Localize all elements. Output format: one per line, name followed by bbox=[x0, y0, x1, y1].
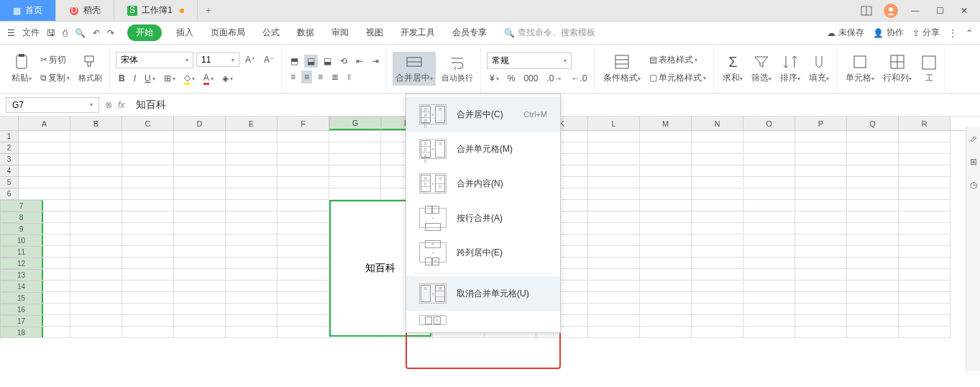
format-painter-button[interactable]: 格式刷 bbox=[75, 53, 105, 85]
increase-decimal-icon[interactable]: .0→ bbox=[544, 72, 565, 85]
fill-color-button[interactable]: ◇▾ bbox=[181, 71, 198, 86]
col-header-Q[interactable]: Q bbox=[847, 117, 899, 130]
tab-docer[interactable]: D 稻壳 bbox=[56, 0, 114, 21]
fill-button[interactable]: 填充▾ bbox=[806, 52, 832, 86]
col-header-P[interactable]: P bbox=[795, 117, 847, 130]
indent-decrease-icon[interactable]: ⇤ bbox=[353, 55, 366, 68]
undo-icon[interactable]: ↶ bbox=[93, 28, 100, 38]
ribbon-tab-dev[interactable]: 开发工具 bbox=[398, 24, 438, 42]
settings-sidebar-icon[interactable]: ⊞ bbox=[970, 157, 977, 167]
maximize-button[interactable]: ☐ bbox=[930, 1, 950, 21]
dd-more[interactable]: a bbox=[406, 311, 560, 329]
more-menu-icon[interactable]: ⋮ bbox=[948, 28, 957, 38]
col-header-R[interactable]: R bbox=[899, 117, 951, 130]
dd-merge-center[interactable]: aaab›a 合并居中(C) Ctrl+M bbox=[406, 97, 560, 132]
minimize-button[interactable]: — bbox=[905, 1, 925, 21]
dd-merge-row[interactable]: › 按行合并(A) bbox=[406, 201, 560, 235]
col-header-M[interactable]: M bbox=[640, 117, 692, 130]
save-icon[interactable]: 🖫 bbox=[47, 28, 55, 38]
increase-font-icon[interactable]: A⁺ bbox=[242, 53, 258, 66]
italic-button[interactable]: I bbox=[131, 72, 139, 85]
tab-home[interactable]: ▦ 首页 bbox=[0, 0, 56, 21]
share-button[interactable]: ⇪分享 bbox=[912, 27, 940, 39]
worksheet-button[interactable]: 工 bbox=[917, 53, 940, 85]
col-header-G[interactable]: G bbox=[329, 117, 381, 130]
unsaved-status[interactable]: ☁未保存 bbox=[827, 27, 864, 39]
copy-button[interactable]: ⧉复制▾ bbox=[37, 70, 73, 86]
rowcol-button[interactable]: 行和列▾ bbox=[880, 52, 915, 86]
ribbon-tab-start[interactable]: 开始 bbox=[127, 24, 162, 41]
font-size-select[interactable]: 11▾ bbox=[196, 53, 239, 67]
number-format-select[interactable]: 常规▾ bbox=[487, 53, 572, 69]
table-style-button[interactable]: ▤表格样式▾ bbox=[646, 53, 709, 68]
dd-merge-cells[interactable]: aaab›a 合并单元格(M) bbox=[406, 132, 560, 166]
row-header-3[interactable]: 3 bbox=[0, 154, 19, 165]
cond-format-button[interactable]: 条件格式▾ bbox=[600, 52, 644, 86]
cell-style-button[interactable]: ▢单元格样式▾ bbox=[646, 70, 709, 86]
name-box[interactable]: G7▾ bbox=[6, 97, 99, 113]
dd-merge-content[interactable]: ab›ab 合并内容(N) bbox=[406, 166, 560, 201]
merge-center-button[interactable]: 合并居中▾ bbox=[393, 52, 436, 86]
ribbon-tab-review[interactable]: 审阅 bbox=[329, 24, 352, 42]
command-search[interactable]: 🔍 查找命令、搜索模板 bbox=[504, 27, 595, 39]
justify-icon[interactable]: ≣ bbox=[329, 70, 342, 83]
cut-button[interactable]: ✂剪切 bbox=[37, 53, 73, 68]
tab-workbook[interactable]: S 工作簿1 bbox=[114, 0, 198, 21]
select-tool-icon[interactable]: ⬀ bbox=[970, 134, 977, 144]
align-bottom-icon[interactable]: ⬓ bbox=[321, 55, 334, 68]
dd-center-across[interactable]: a›a 跨列居中(E) bbox=[406, 235, 560, 270]
col-header-F[interactable]: F bbox=[278, 117, 329, 130]
decrease-font-icon[interactable]: A⁻ bbox=[261, 53, 277, 66]
col-header-E[interactable]: E bbox=[226, 117, 278, 130]
col-header-B[interactable]: B bbox=[70, 117, 122, 130]
ribbon-tab-member[interactable]: 会员专享 bbox=[449, 24, 490, 42]
row-header-4[interactable]: 4 bbox=[0, 165, 19, 177]
menu-hamburger-icon[interactable]: ☰ bbox=[7, 28, 15, 38]
align-left-icon[interactable]: ≡ bbox=[288, 70, 298, 83]
col-header-A[interactable]: A bbox=[19, 117, 70, 130]
col-header-N[interactable]: N bbox=[692, 117, 743, 130]
close-button[interactable]: ✕ bbox=[954, 1, 974, 21]
collapse-ribbon-icon[interactable]: ⌃ bbox=[966, 28, 973, 38]
ribbon-tab-layout[interactable]: 页面布局 bbox=[208, 24, 248, 42]
row-header-6[interactable]: 6 bbox=[0, 188, 19, 200]
currency-icon[interactable]: ¥▾ bbox=[487, 72, 502, 85]
avatar[interactable] bbox=[881, 1, 901, 21]
underline-button[interactable]: U▾ bbox=[142, 72, 158, 85]
col-header-L[interactable]: L bbox=[588, 117, 640, 130]
decrease-decimal-icon[interactable]: ←.0 bbox=[568, 72, 590, 85]
sum-button[interactable]: Σ求和▾ bbox=[720, 53, 746, 86]
print-icon[interactable]: ⎙ bbox=[63, 28, 68, 38]
row-header-5[interactable]: 5 bbox=[0, 177, 19, 188]
file-menu[interactable]: 文件 bbox=[22, 27, 40, 39]
filter-button[interactable]: 筛选▾ bbox=[748, 52, 774, 86]
cancel-fx-icon[interactable]: ⊗ bbox=[105, 100, 112, 110]
paste-button[interactable]: 粘贴▾ bbox=[9, 52, 35, 86]
fx-icon[interactable]: fx bbox=[118, 100, 124, 110]
percent-icon[interactable]: % bbox=[505, 72, 518, 85]
align-center-icon[interactable]: ≡ bbox=[301, 70, 312, 83]
new-tab-button[interactable]: ＋ bbox=[198, 0, 219, 21]
ribbon-tab-data[interactable]: 数据 bbox=[294, 24, 317, 42]
cell-button[interactable]: 单元格▾ bbox=[843, 52, 877, 86]
bold-button[interactable]: B bbox=[116, 72, 128, 85]
redo-icon[interactable]: ↷ bbox=[107, 28, 114, 38]
align-middle-icon[interactable]: ⬓ bbox=[304, 55, 318, 68]
sort-button[interactable]: 排序▾ bbox=[777, 52, 803, 86]
ribbon-tab-view[interactable]: 视图 bbox=[363, 24, 386, 42]
border-button[interactable]: ⊞▾ bbox=[161, 72, 178, 85]
ribbon-tab-insert[interactable]: 插入 bbox=[173, 24, 196, 42]
preview-icon[interactable]: 🔍 bbox=[75, 28, 86, 38]
font-name-select[interactable]: 宋体▾ bbox=[116, 52, 193, 68]
clock-sidebar-icon[interactable]: ◷ bbox=[970, 180, 977, 190]
comma-icon[interactable]: 000 bbox=[521, 72, 541, 85]
clear-format-button[interactable]: ◈▾ bbox=[219, 72, 236, 85]
orientation-icon[interactable]: ⟲ bbox=[337, 55, 350, 68]
ribbon-tab-formula[interactable]: 公式 bbox=[260, 24, 283, 42]
font-color-button[interactable]: A▾ bbox=[201, 71, 216, 86]
col-header-O[interactable]: O bbox=[743, 117, 795, 130]
collab-button[interactable]: 👤协作 bbox=[873, 27, 904, 39]
align-top-icon[interactable]: ⬒ bbox=[288, 55, 301, 68]
select-all-corner[interactable] bbox=[0, 117, 19, 130]
formula-input[interactable]: 知百科 bbox=[130, 99, 172, 111]
